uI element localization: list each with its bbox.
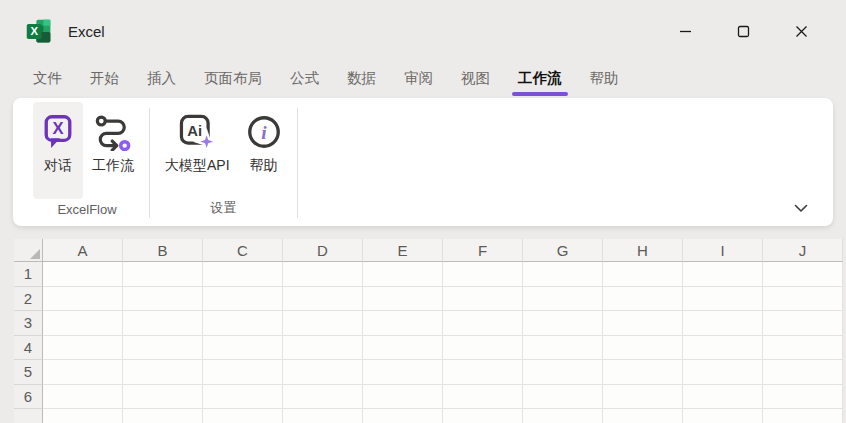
- cell[interactable]: [283, 336, 363, 361]
- cell[interactable]: [123, 409, 203, 423]
- cell[interactable]: [123, 287, 203, 312]
- cell[interactable]: [43, 409, 123, 423]
- cell[interactable]: [363, 336, 443, 361]
- cell[interactable]: [443, 360, 523, 385]
- tab-view[interactable]: 视图: [461, 63, 490, 98]
- cell[interactable]: [763, 287, 843, 312]
- row-header-2[interactable]: 2: [14, 287, 43, 312]
- cell[interactable]: [363, 360, 443, 385]
- cell[interactable]: [683, 311, 763, 336]
- cell[interactable]: [443, 409, 523, 423]
- cell[interactable]: [123, 360, 203, 385]
- column-header-c[interactable]: C: [203, 239, 283, 262]
- cell[interactable]: [43, 262, 123, 287]
- cell[interactable]: [603, 360, 683, 385]
- cell[interactable]: [283, 287, 363, 312]
- cell[interactable]: [43, 385, 123, 410]
- cell[interactable]: [283, 409, 363, 423]
- cell[interactable]: [683, 360, 763, 385]
- select-all-corner[interactable]: [14, 239, 43, 262]
- column-header-g[interactable]: G: [523, 239, 603, 262]
- cell[interactable]: [283, 262, 363, 287]
- cell[interactable]: [603, 336, 683, 361]
- cell[interactable]: [523, 385, 603, 410]
- help-button[interactable]: i 帮助: [239, 102, 289, 196]
- cell[interactable]: [443, 336, 523, 361]
- cell[interactable]: [203, 385, 283, 410]
- row-header-3[interactable]: 3: [14, 311, 43, 336]
- cell[interactable]: [283, 385, 363, 410]
- cell[interactable]: [603, 262, 683, 287]
- tab-file[interactable]: 文件: [33, 63, 62, 98]
- cell[interactable]: [763, 336, 843, 361]
- cell[interactable]: [203, 287, 283, 312]
- llm-api-button[interactable]: Ai 大模型API: [158, 102, 237, 196]
- cell[interactable]: [363, 409, 443, 423]
- cell[interactable]: [523, 311, 603, 336]
- cell[interactable]: [523, 360, 603, 385]
- cell[interactable]: [523, 409, 603, 423]
- cell[interactable]: [763, 360, 843, 385]
- cell[interactable]: [763, 262, 843, 287]
- cell[interactable]: [283, 360, 363, 385]
- cell[interactable]: [763, 409, 843, 423]
- column-header-d[interactable]: D: [283, 239, 363, 262]
- tab-review[interactable]: 审阅: [404, 63, 433, 98]
- tab-data[interactable]: 数据: [347, 63, 376, 98]
- cell[interactable]: [683, 262, 763, 287]
- chat-button[interactable]: X 对话: [33, 102, 83, 199]
- cell[interactable]: [43, 336, 123, 361]
- cell[interactable]: [443, 287, 523, 312]
- column-header-a[interactable]: A: [43, 239, 123, 262]
- minimize-button[interactable]: [656, 0, 714, 62]
- cell[interactable]: [763, 385, 843, 410]
- cell[interactable]: [203, 262, 283, 287]
- cell[interactable]: [203, 336, 283, 361]
- cell[interactable]: [363, 287, 443, 312]
- row-header-7[interactable]: [14, 409, 43, 423]
- cell[interactable]: [683, 409, 763, 423]
- tab-page-layout[interactable]: 页面布局: [204, 63, 262, 98]
- tab-home[interactable]: 开始: [90, 63, 119, 98]
- cell[interactable]: [523, 287, 603, 312]
- column-header-j[interactable]: J: [763, 239, 843, 262]
- column-header-i[interactable]: I: [683, 239, 763, 262]
- tab-insert[interactable]: 插入: [147, 63, 176, 98]
- cell[interactable]: [603, 385, 683, 410]
- cell[interactable]: [523, 262, 603, 287]
- cell[interactable]: [523, 336, 603, 361]
- cell[interactable]: [603, 287, 683, 312]
- cell[interactable]: [43, 287, 123, 312]
- column-header-e[interactable]: E: [363, 239, 443, 262]
- cell[interactable]: [363, 262, 443, 287]
- cell[interactable]: [43, 311, 123, 336]
- cell[interactable]: [683, 287, 763, 312]
- cell[interactable]: [683, 336, 763, 361]
- cell[interactable]: [443, 262, 523, 287]
- column-header-h[interactable]: H: [603, 239, 683, 262]
- maximize-button[interactable]: [714, 0, 772, 62]
- cell[interactable]: [283, 311, 363, 336]
- cell[interactable]: [603, 409, 683, 423]
- close-button[interactable]: [772, 0, 830, 62]
- tab-help[interactable]: 帮助: [590, 63, 619, 98]
- cell[interactable]: [443, 385, 523, 410]
- row-header-1[interactable]: 1: [14, 262, 43, 287]
- ribbon-collapse-button[interactable]: [791, 200, 811, 219]
- cell[interactable]: [123, 311, 203, 336]
- cell[interactable]: [683, 385, 763, 410]
- cell[interactable]: [123, 336, 203, 361]
- row-header-6[interactable]: 6: [14, 385, 43, 410]
- cell[interactable]: [43, 360, 123, 385]
- cell[interactable]: [123, 385, 203, 410]
- workflow-button[interactable]: 工作流: [85, 102, 141, 199]
- cell[interactable]: [443, 311, 523, 336]
- cell[interactable]: [603, 311, 683, 336]
- column-header-b[interactable]: B: [123, 239, 203, 262]
- cell[interactable]: [203, 409, 283, 423]
- cell[interactable]: [363, 311, 443, 336]
- cell[interactable]: [763, 311, 843, 336]
- tab-formulas[interactable]: 公式: [290, 63, 319, 98]
- row-header-5[interactable]: 5: [14, 360, 43, 385]
- cell[interactable]: [203, 311, 283, 336]
